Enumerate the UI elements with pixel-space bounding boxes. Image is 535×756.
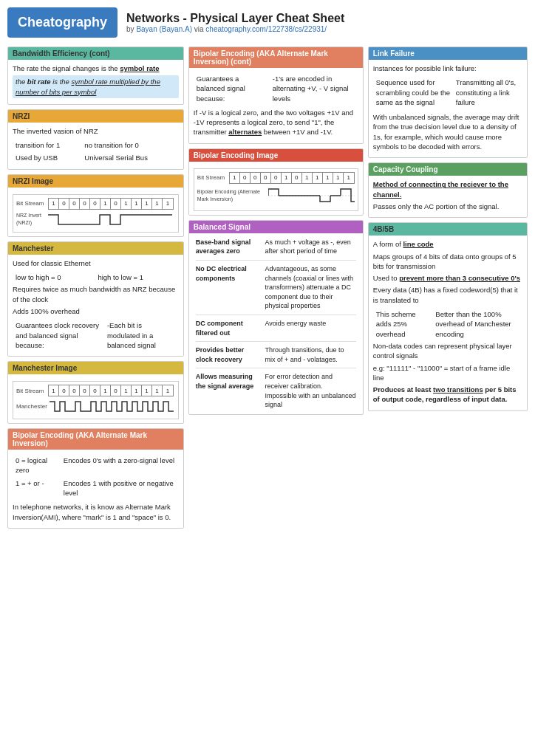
card-bipolar-cont-header: Bipolar Encoding (AKA Alternate Mark Inv… bbox=[189, 47, 363, 68]
card-4b5b-header: 4B/5B bbox=[369, 223, 527, 236]
page-wrapper: Cheatography Networks - Physical Layer C… bbox=[7, 7, 528, 529]
lf-text1: Instances for possible link failure: bbox=[373, 63, 522, 73]
card-bipolar-cont: Bipolar Encoding (AKA Alternate Mark Inv… bbox=[188, 47, 364, 144]
manc-t3: Guarantees clock recovery and balanced s… bbox=[14, 320, 104, 351]
bp-t4: Encodes 1 with positive or negative leve… bbox=[62, 478, 177, 499]
bpcont-table: Guarantees a balanced signal because: -1… bbox=[194, 72, 358, 106]
author-link[interactable]: Bayan (Bayan.A) bbox=[136, 25, 192, 33]
card-bipolar-inv-header: Bipolar Encoding (AKA Alternate Mark Inv… bbox=[8, 429, 183, 450]
card-4b5b-body: A form of line code Maps groups of 4 bit… bbox=[369, 236, 527, 410]
card-nrzi-body: The inverted vasion of NRZ transition fo… bbox=[8, 123, 183, 169]
cc-text2: Passes only the AC portion of the signal… bbox=[373, 202, 522, 211]
header: Cheatography Networks - Physical Layer C… bbox=[7, 7, 528, 38]
bal-term2: No DC electrical components bbox=[194, 264, 263, 312]
bp-label1: Bit Stream bbox=[197, 173, 227, 182]
card-4b5b: 4B/5B A form of line code Maps groups of… bbox=[368, 222, 528, 410]
card-balanced-body: Base-band signal averages zero As much +… bbox=[189, 233, 363, 414]
lf-text2: With unbalanced signals, the average may… bbox=[373, 112, 522, 151]
logo: Cheatography bbox=[7, 7, 117, 38]
card-link-failure-header: Link Failure bbox=[369, 47, 527, 60]
card-bandwidth-body: The rate the signal changes is the symbo… bbox=[8, 60, 183, 104]
byline: by Bayan (Bayan.A) via cheatography.com/… bbox=[126, 25, 344, 33]
bal-term5: Allows measuring the signal average bbox=[194, 371, 263, 410]
nrzi-waveform bbox=[48, 211, 174, 227]
card-manchester-image-header: Manchester Image bbox=[8, 362, 183, 374]
4b5b-t2: Better than the 100% overhead of Manches… bbox=[434, 309, 521, 340]
manc-waveform bbox=[50, 398, 175, 414]
col-3: Link Failure Instances for possible link… bbox=[368, 47, 528, 411]
bp-bits: 100001011111 bbox=[229, 172, 355, 184]
lf-t1: Sequence used for scrambling could be th… bbox=[375, 77, 453, 108]
card-nrzi: NRZI The inverted vasion of NRZ transiti… bbox=[7, 109, 184, 170]
bal-term3: DC component filtered out bbox=[194, 318, 263, 338]
bp-t2: Encodes 0's with a zero-signal level bbox=[62, 455, 177, 476]
card-link-failure: Link Failure Instances for possible link… bbox=[368, 47, 528, 158]
card-nrzi-image-body: Bit Stream 100001011111 NRZ Invert(NRZI) bbox=[8, 188, 183, 236]
bw-text1: The rate the signal changes is the symbo… bbox=[13, 63, 179, 73]
4b5b-t1: This scheme adds 25% overhead bbox=[375, 309, 433, 340]
bal-def3: Avoids energy waste bbox=[262, 318, 358, 338]
manc-text2: Requires twice as much bandwidth as NRZ … bbox=[13, 284, 179, 304]
card-bipolar-inv: Bipolar Encoding (AKA Alternate Mark Inv… bbox=[7, 428, 184, 529]
card-capacity-coupling-body: Method of connecting the reciever to the… bbox=[369, 176, 527, 217]
nrzi-label1: Bit Stream bbox=[16, 199, 46, 207]
4b5b-text4: Every data (4B) has a fixed codeword(5) … bbox=[373, 285, 522, 305]
card-bipolar-image: Bipolar Encoding Image Bit Stream 100001… bbox=[188, 148, 364, 216]
bpcont-text1: If -V is a logical zero, and the two vol… bbox=[194, 108, 358, 137]
col-1: Bandwidth Efficiency (cont) The rate the… bbox=[7, 47, 184, 529]
card-bipolar-cont-body: Guarantees a balanced signal because: -1… bbox=[189, 68, 363, 143]
balanced-row4: Provides better clock recovery Through t… bbox=[194, 345, 358, 365]
4b5b-text7: Produces at least two transitions per 5 … bbox=[373, 385, 522, 405]
bp-text1: In telephone networks, it is know as Alt… bbox=[13, 502, 179, 522]
manc-table2: Guarantees clock recovery and balanced s… bbox=[13, 318, 179, 352]
manc-text3: Adds 100% overhead bbox=[13, 306, 179, 316]
card-bandwidth-efficiency: Bandwidth Efficiency (cont) The rate the… bbox=[7, 47, 184, 105]
cc-text1: Method of connecting the reciever to the… bbox=[373, 179, 522, 199]
lf-t2: Transmitting all 0's, constituting a lin… bbox=[454, 77, 521, 108]
main-content: Bandwidth Efficiency (cont) The rate the… bbox=[7, 47, 528, 529]
card-manchester-body: Used for classic Ethernet low to high = … bbox=[8, 255, 183, 356]
manc-label1: Bit Stream bbox=[16, 387, 46, 395]
bp-bitrow1: Bit Stream 100001011111 bbox=[197, 172, 355, 184]
4b5b-text6: e.g: "11111" - "11000" = start of a fram… bbox=[373, 363, 522, 383]
bp-t1: 0 = logical zero bbox=[14, 455, 61, 476]
manc-waverow: Manchester bbox=[16, 398, 175, 414]
manc-text1: Used for classic Ethernet bbox=[13, 258, 179, 268]
header-text: Networks - Physical Layer Cheat Sheet by… bbox=[126, 12, 344, 33]
bp-waveform bbox=[268, 185, 355, 206]
manc-bitstream-box: Bit Stream 100001011111 Manchester bbox=[13, 381, 179, 419]
nrzi-text1: The inverted vasion of NRZ bbox=[13, 126, 179, 136]
bp-label2: Bipolar Encoding (Alternate Mark Inversi… bbox=[197, 188, 266, 203]
balanced-table: Base-band signal averages zero As much +… bbox=[194, 237, 358, 410]
bal-term4: Provides better clock recovery bbox=[194, 345, 263, 365]
bp-bitstream-box: Bit Stream 100001011111 Bipolar Encoding… bbox=[194, 168, 358, 211]
4b5b-text2: Maps groups of 4 bits of data onto group… bbox=[373, 252, 522, 272]
card-capacity-coupling-header: Capacity Coupling bbox=[369, 163, 527, 176]
bipolar-table1: 0 = logical zero Encodes 0's with a zero… bbox=[13, 453, 179, 500]
nrzi-bitstream-box: Bit Stream 100001011111 NRZ Invert(NRZI) bbox=[13, 194, 179, 233]
card-bipolar-inv-body: 0 = logical zero Encodes 0's with a zero… bbox=[8, 450, 183, 528]
nrzi-label2: NRZ Invert(NRZI) bbox=[16, 212, 46, 227]
card-bandwidth-header: Bandwidth Efficiency (cont) bbox=[8, 47, 183, 60]
balanced-row3: DC component filtered out Avoids energy … bbox=[194, 318, 358, 338]
card-manchester: Manchester Used for classic Ethernet low… bbox=[7, 241, 184, 357]
card-capacity-coupling: Capacity Coupling Method of connecting t… bbox=[368, 162, 528, 218]
bpcont-t2: -1's are encoded in alternating +V, - V … bbox=[271, 73, 357, 104]
bp-t3: 1 = + or - bbox=[14, 478, 61, 499]
card-manchester-header: Manchester bbox=[8, 242, 183, 255]
nrzi-t1: transition for 1 bbox=[14, 140, 81, 151]
card-balanced-header: Balanced Signal bbox=[189, 221, 363, 233]
balanced-row2: No DC electrical components Advantageous… bbox=[194, 264, 358, 312]
4b5b-text5: Non-data codes can represent physical la… bbox=[373, 341, 522, 361]
bw-text2: the bit rate is the symbol rate multipli… bbox=[13, 75, 179, 98]
card-nrzi-image: NRZI Image Bit Stream 100001011111 NRZ I… bbox=[7, 174, 184, 237]
manc-label2: Manchester bbox=[16, 402, 47, 410]
site-link[interactable]: cheatography.com/122738/cs/22931/ bbox=[205, 25, 327, 33]
manc-t2: high to low = 1 bbox=[96, 272, 177, 283]
bal-def5: For error detection and receiver calibra… bbox=[262, 371, 358, 410]
card-nrzi-header: NRZI bbox=[8, 110, 183, 123]
nrzi-t3: Used by USB bbox=[14, 152, 81, 163]
balanced-row5: Allows measuring the signal average For … bbox=[194, 371, 358, 410]
nrzi-waverow: NRZ Invert(NRZI) bbox=[16, 211, 175, 227]
bal-def1: As much + voltage as -, even after short… bbox=[262, 237, 358, 257]
